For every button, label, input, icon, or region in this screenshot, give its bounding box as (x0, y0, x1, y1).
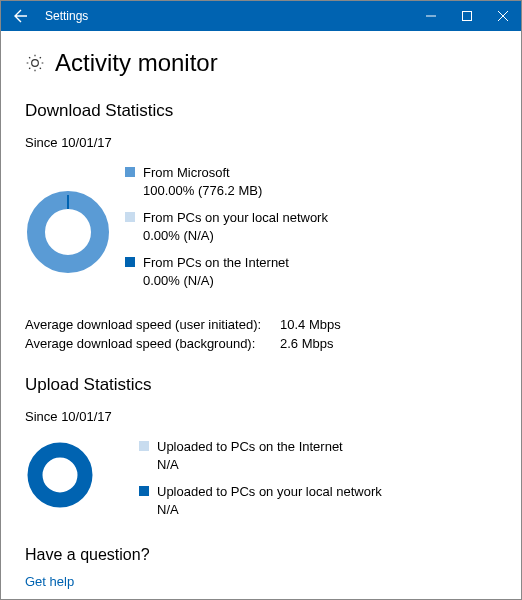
content-area: Activity monitor Download Statistics Sin… (1, 31, 521, 600)
minimize-button[interactable] (413, 1, 449, 31)
legend-value: N/A (157, 456, 343, 474)
upload-legend: Uploaded to PCs on the Internet N/A Uplo… (139, 438, 382, 528)
legend-label: Uploaded to PCs on the Internet (157, 438, 343, 456)
legend-label: From Microsoft (143, 164, 262, 182)
gear-icon (25, 53, 45, 73)
swatch-icon (139, 486, 149, 496)
legend-item: Uploaded to PCs on your local network N/… (139, 483, 382, 518)
download-since: Since 10/01/17 (25, 135, 497, 150)
maximize-button[interactable] (449, 1, 485, 31)
help-heading: Have a question? (25, 546, 497, 564)
legend-label: From PCs on the Internet (143, 254, 289, 272)
legend-value: 0.00% (N/A) (143, 227, 328, 245)
svg-point-4 (36, 200, 100, 264)
legend-label: Uploaded to PCs on your local network (157, 483, 382, 501)
close-button[interactable] (485, 1, 521, 31)
stat-value: 10.4 Mbps (280, 317, 341, 332)
get-help-link[interactable]: Get help (25, 574, 497, 589)
legend-value: 100.00% (776.2 MB) (143, 182, 262, 200)
svg-rect-1 (463, 12, 472, 21)
page-header: Activity monitor (25, 49, 497, 77)
close-icon (498, 11, 508, 21)
stat-value: 2.6 Mbps (280, 336, 333, 351)
avg-speed-user: Average download speed (user initiated):… (25, 317, 497, 332)
upload-chart-row: Uploaded to PCs on the Internet N/A Uplo… (25, 438, 497, 528)
avg-speed-background: Average download speed (background): 2.6… (25, 336, 497, 351)
download-heading: Download Statistics (25, 101, 497, 121)
legend-label: From PCs on your local network (143, 209, 328, 227)
maximize-icon (462, 11, 472, 21)
arrow-left-icon (13, 8, 29, 24)
upload-heading: Upload Statistics (25, 375, 497, 395)
legend-item: From PCs on the Internet 0.00% (N/A) (125, 254, 328, 289)
titlebar: Settings (1, 1, 521, 31)
swatch-icon (125, 257, 135, 267)
legend-item: From Microsoft 100.00% (776.2 MB) (125, 164, 328, 199)
window-controls (413, 1, 521, 31)
svg-point-6 (35, 450, 85, 500)
page-title: Activity monitor (55, 49, 218, 77)
back-button[interactable] (1, 1, 41, 31)
swatch-icon (139, 441, 149, 451)
swatch-icon (125, 167, 135, 177)
download-donut-chart (25, 189, 111, 275)
download-legend: From Microsoft 100.00% (776.2 MB) From P… (125, 164, 328, 299)
minimize-icon (426, 11, 436, 21)
legend-item: Uploaded to PCs on the Internet N/A (139, 438, 382, 473)
upload-since: Since 10/01/17 (25, 409, 497, 424)
download-chart-row: From Microsoft 100.00% (776.2 MB) From P… (25, 164, 497, 299)
upload-donut-chart (25, 440, 111, 526)
legend-value: N/A (157, 501, 382, 519)
app-title: Settings (45, 9, 413, 23)
swatch-icon (125, 212, 135, 222)
stat-label: Average download speed (user initiated): (25, 317, 280, 332)
legend-item: From PCs on your local network 0.00% (N/… (125, 209, 328, 244)
legend-value: 0.00% (N/A) (143, 272, 289, 290)
stat-label: Average download speed (background): (25, 336, 280, 351)
